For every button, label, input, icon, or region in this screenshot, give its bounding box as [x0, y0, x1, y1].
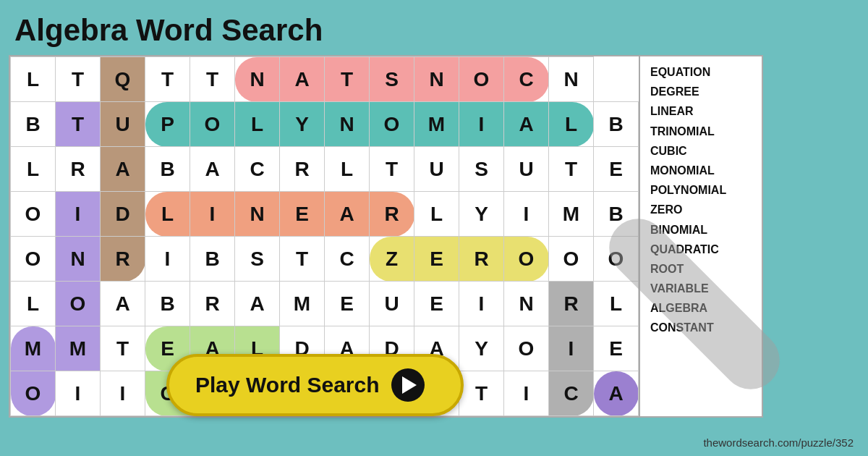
- grid-cell: A: [101, 282, 145, 326]
- grid-cell: Q: [101, 57, 145, 102]
- table-row: O N R I B S T C Z E R O O O: [11, 237, 639, 282]
- grid-cell: S: [370, 57, 414, 102]
- grid-cell: O: [11, 192, 56, 237]
- grid-cell: L: [549, 102, 594, 147]
- grid-cell: I: [101, 371, 145, 416]
- word-list-item: TRINOMIAL: [650, 122, 752, 141]
- grid-cell: I: [56, 371, 101, 416]
- grid-cell: I: [549, 326, 594, 371]
- grid-cell: I: [145, 237, 190, 282]
- site-url: thewordsearch.com/puzzle/352: [703, 436, 854, 449]
- main-title: Algebra Word Search: [0, 0, 868, 55]
- grid-cell: C: [549, 371, 594, 416]
- grid-cell: M: [549, 192, 594, 237]
- grid-cell: A: [504, 102, 549, 147]
- grid-cell: A: [190, 147, 235, 192]
- grid-cell: M: [280, 282, 325, 326]
- grid-cell: I: [459, 102, 504, 147]
- table-row: L O A B R A M E U E I N R L: [11, 282, 639, 326]
- grid-cell: Y: [459, 326, 504, 371]
- grid-cell: C: [504, 57, 549, 102]
- grid-cell: E: [414, 237, 459, 282]
- grid-cell: A: [280, 57, 325, 102]
- grid-cell: T: [56, 102, 101, 147]
- grid-cell: M: [414, 102, 459, 147]
- grid-cell: T: [145, 57, 190, 102]
- play-word-search-button[interactable]: Play Word Search: [166, 354, 464, 416]
- grid-cell: B: [145, 147, 190, 192]
- grid-cell: O: [459, 57, 504, 102]
- play-button-label: Play Word Search: [195, 373, 380, 397]
- grid-cell: B: [11, 102, 56, 147]
- grid-cell: N: [504, 282, 549, 326]
- word-list-item: POLYNOMIAL: [650, 180, 752, 200]
- grid-cell: L: [414, 192, 459, 237]
- word-list-item: CUBIC: [650, 141, 752, 161]
- grid-cell: R: [56, 147, 101, 192]
- grid-cell: O: [56, 282, 101, 326]
- grid-cell: N: [549, 57, 594, 102]
- grid-cell: O: [11, 371, 56, 416]
- grid-cell: L: [235, 102, 280, 147]
- grid-cell: E: [594, 147, 639, 192]
- grid-cell: Z: [370, 237, 414, 282]
- grid-cell: T: [459, 371, 504, 416]
- grid-cell: A: [594, 371, 639, 416]
- grid-cell: I: [56, 192, 101, 237]
- grid-cell: T: [325, 57, 370, 102]
- grid-cell: I: [459, 282, 504, 326]
- grid-cell: N: [235, 57, 280, 102]
- grid-cell: O: [11, 237, 56, 282]
- grid-cell: U: [370, 282, 414, 326]
- grid-cell: U: [504, 147, 549, 192]
- grid-cell: N: [414, 57, 459, 102]
- grid-cell: T: [190, 57, 235, 102]
- grid-cell: B: [594, 102, 639, 147]
- grid-cell: T: [101, 326, 145, 371]
- grid-cell: R: [101, 237, 145, 282]
- table-row: L R A B A C R L T U S U T E: [11, 147, 639, 192]
- grid-cell: B: [190, 237, 235, 282]
- grid-cell: I: [190, 192, 235, 237]
- table-row: L T Q T T N A T S N O C N: [11, 57, 639, 102]
- grid-cell: T: [370, 147, 414, 192]
- grid-cell: E: [280, 192, 325, 237]
- grid-cell: T: [280, 237, 325, 282]
- grid-cell: R: [549, 282, 594, 326]
- grid-cell: A: [101, 147, 145, 192]
- word-list-item: EQUATION: [650, 62, 752, 82]
- grid-cell: L: [11, 147, 56, 192]
- grid-cell: C: [235, 147, 280, 192]
- grid-cell: N: [325, 102, 370, 147]
- grid-cell: O: [504, 326, 549, 371]
- grid-cell: T: [56, 57, 101, 102]
- grid-cell: M: [56, 326, 101, 371]
- grid-cell: A: [235, 282, 280, 326]
- grid-cell: O: [190, 102, 235, 147]
- grid-cell: T: [549, 147, 594, 192]
- play-button-overlay: Play Word Search: [166, 354, 464, 416]
- grid-cell: S: [459, 147, 504, 192]
- grid-cell: P: [145, 102, 190, 147]
- grid-cell: A: [325, 192, 370, 237]
- grid-cell: U: [414, 147, 459, 192]
- grid-cell: I: [504, 371, 549, 416]
- grid-cell: B: [145, 282, 190, 326]
- grid-cell: M: [11, 326, 56, 371]
- word-list-item: ZERO: [650, 200, 752, 219]
- grid-cell: R: [190, 282, 235, 326]
- grid-cell: C: [325, 237, 370, 282]
- grid-cell: E: [325, 282, 370, 326]
- table-row: O I D L I N E A R L Y I M B: [11, 192, 639, 237]
- grid-cell: R: [280, 147, 325, 192]
- word-list-item: DEGREE: [650, 82, 752, 101]
- grid-cell: O: [370, 102, 414, 147]
- play-triangle-icon: [402, 376, 417, 394]
- table-row: B T U P O L Y N O M I A L B: [11, 102, 639, 147]
- grid-cell: Y: [459, 192, 504, 237]
- grid-cell: U: [101, 102, 145, 147]
- word-list-item: MONOMIAL: [650, 161, 752, 180]
- grid-cell: I: [504, 192, 549, 237]
- grid-cell: R: [370, 192, 414, 237]
- grid-cell: L: [594, 282, 639, 326]
